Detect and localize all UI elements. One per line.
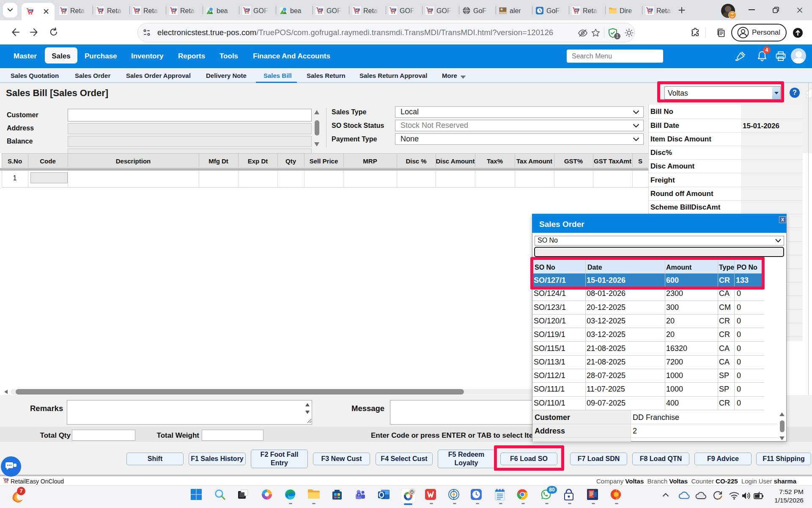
svg-text:RE: RE (428, 8, 433, 11)
svg-text:RE: RE (648, 8, 653, 11)
svg-text:RE: RE (62, 8, 67, 11)
svg-text:RE: RE (172, 8, 177, 11)
svg-text:T: T (358, 493, 360, 497)
svg-text:RE: RE (29, 8, 34, 12)
svg-text:RE: RE (135, 8, 140, 11)
svg-text:RE: RE (245, 8, 250, 11)
svg-text:RE: RE (392, 8, 397, 11)
svg-text:RE: RE (355, 8, 360, 11)
svg-text:RE: RE (318, 8, 324, 11)
svg-text:RE: RE (575, 8, 580, 11)
svg-text:RE: RE (5, 478, 9, 481)
svg-text:RE: RE (99, 8, 104, 11)
